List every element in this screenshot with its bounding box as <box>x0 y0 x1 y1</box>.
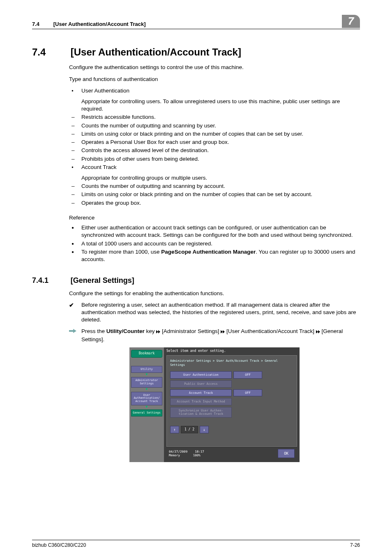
subsection-paragraph: Configure the settings for enabling the … <box>69 290 360 297</box>
list-item: Prohibits jobs of other users from being… <box>69 155 360 163</box>
section-number: 7.4 <box>32 46 69 59</box>
feature-list: Restricts accessible functions. Counts t… <box>69 113 360 171</box>
ok-button[interactable]: OK <box>278 449 295 458</box>
intro-paragraph-2: Type and functions of authentication <box>69 76 360 83</box>
breadcrumb: Administrator Settings > User Auth/Accou… <box>170 359 293 367</box>
page-up-button[interactable]: ↑ <box>170 426 179 433</box>
setting-account-track-input[interactable]: Account Track Input Method <box>170 398 232 405</box>
screenshot-content: Select item and enter setting. Administr… <box>164 347 300 462</box>
header-left: 7.4 [User Authentication/Account Track] <box>32 21 146 28</box>
subsection-heading: 7.4.1 [General Settings] <box>32 275 360 285</box>
header-section-number: 7.4 <box>32 21 39 27</box>
ref-text-bold: PageScope Authentication Manager <box>161 249 256 255</box>
section-title: [User Authentication/Account Track] <box>71 46 241 58</box>
t: [Administrator Settings] <box>160 328 221 334</box>
intro-paragraph-1: Configure the authentication settings to… <box>69 64 360 71</box>
list-item: User Authentication <box>69 87 360 95</box>
breadcrumb-arrow-icon <box>316 328 320 335</box>
ref-text-a: To register more than 1000, use <box>81 249 161 255</box>
setting-sync-auth-track[interactable]: Synchronize User Authen- tication & Acco… <box>170 407 232 418</box>
bookmark-button[interactable]: Bookmark <box>131 350 162 358</box>
check-text: Before registering a user, select an aut… <box>81 301 360 324</box>
status-memory-label: Memory <box>169 453 180 457</box>
feature-list: User Authentication <box>69 87 360 95</box>
header-section-title: [User Authentication/Account Track] <box>53 21 146 27</box>
list-subtext: Appropriate for controlling users. To al… <box>69 98 360 113</box>
page-indicator: 1 / 2 <box>181 426 198 433</box>
chevron-down-icon: ▼ <box>131 373 162 376</box>
list-item: Counts the number of outputting and scan… <box>69 122 360 130</box>
page-down-button[interactable]: ↓ <box>200 426 209 433</box>
list-item: To register more than 1000, use PageScop… <box>69 248 360 263</box>
list-item: Operates the group box. <box>69 199 360 207</box>
screenshot-sidebar: Bookmark Utility ▼ Administrator Setting… <box>129 347 164 462</box>
breadcrumb-arrow-icon <box>221 328 225 335</box>
reference-heading: Reference <box>69 214 360 222</box>
arrow-icon <box>69 328 81 343</box>
subsection-number: 7.4.1 <box>32 275 69 285</box>
procedure-step: Press the Utility/Counter key [Administr… <box>69 328 360 343</box>
chevron-down-icon: ▼ <box>131 388 162 391</box>
list-item: Either user authentication or account tr… <box>69 224 360 239</box>
t: Press the <box>81 328 106 334</box>
list-item: Limits on using color or black printing … <box>69 191 360 198</box>
setting-account-track[interactable]: Account Track <box>170 389 232 397</box>
nav-utility[interactable]: Utility <box>131 366 162 373</box>
nav-user-auth[interactable]: User Authentication/ Account Track <box>131 392 162 405</box>
page-header: 7.4 [User Authentication/Account Track] … <box>32 15 360 29</box>
feature-list: Counts the number of outputting and scan… <box>69 183 360 207</box>
check-note: ✔ Before registering a user, select an a… <box>69 301 360 324</box>
section-heading: 7.4 [User Authentication/Account Track] <box>32 46 360 59</box>
check-icon: ✔ <box>69 301 81 324</box>
status-time: 18:17 <box>195 450 204 453</box>
t: key <box>145 328 157 334</box>
list-item: A total of 1000 users and accounts can b… <box>69 240 360 247</box>
t: Utility/Counter <box>106 328 145 334</box>
setting-user-auth-value[interactable]: OFF <box>233 371 262 379</box>
list-item: Restricts accessible functions. <box>69 113 360 121</box>
setting-user-auth[interactable]: User Authentication <box>170 371 232 379</box>
device-screenshot: Bookmark Utility ▼ Administrator Setting… <box>129 347 300 462</box>
nav-general-settings[interactable]: General Settings <box>131 409 162 417</box>
setting-public-user-access[interactable]: Public User Access <box>170 380 232 388</box>
status-memory-value: 100% <box>193 453 201 457</box>
list-item: Limits on using color or black printing … <box>69 130 360 138</box>
pager: ↑ 1 / 2 ↓ <box>170 426 293 433</box>
status-meta: 04/27/2009 18:17 Memory 100% <box>169 450 204 457</box>
nav-admin-settings[interactable]: Administrator Settings <box>131 377 162 387</box>
t: [User Authentication/Account Track] <box>225 328 316 334</box>
reference-list: Either user authentication or account tr… <box>69 224 360 263</box>
list-subtext: Appropriate for controlling groups or mu… <box>69 174 360 182</box>
procedure-text: Press the Utility/Counter key [Administr… <box>81 328 360 343</box>
status-date: 04/27/2009 <box>169 450 187 453</box>
subsection-title: [General Settings] <box>71 276 134 284</box>
chevron-down-icon: ▼ <box>131 405 162 409</box>
breadcrumb-arrow-icon <box>156 328 160 335</box>
list-item: Counts the number of outputting and scan… <box>69 183 360 190</box>
list-item: Account Track <box>69 164 360 171</box>
list-item: Operates a Personal User Box for each us… <box>69 139 360 146</box>
list-item: Controls the access allowed level of the… <box>69 147 360 154</box>
instruction-text: Select item and enter setting. <box>166 349 297 354</box>
setting-account-track-value[interactable]: OFF <box>233 389 262 397</box>
chapter-badge: 7 <box>342 15 360 28</box>
